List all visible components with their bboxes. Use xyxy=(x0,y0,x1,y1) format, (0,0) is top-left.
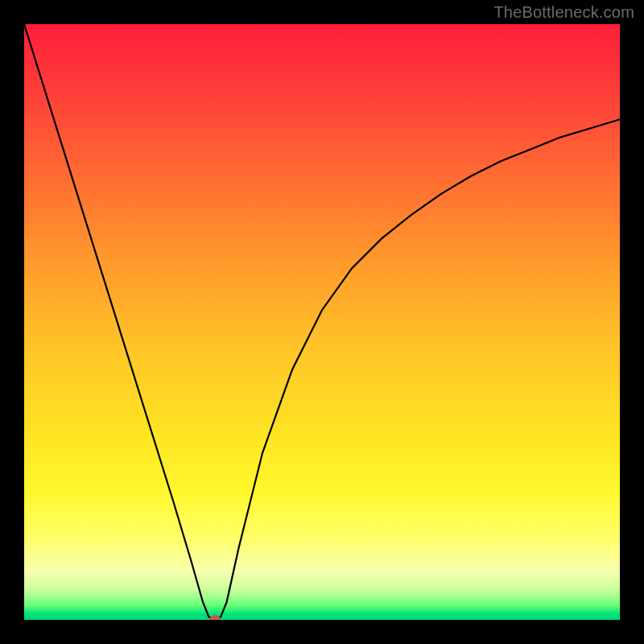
watermark-text: TheBottleneck.com xyxy=(493,3,634,22)
plot-area xyxy=(24,24,620,620)
bottleneck-curve xyxy=(24,24,620,620)
optimum-marker-icon xyxy=(209,615,221,620)
